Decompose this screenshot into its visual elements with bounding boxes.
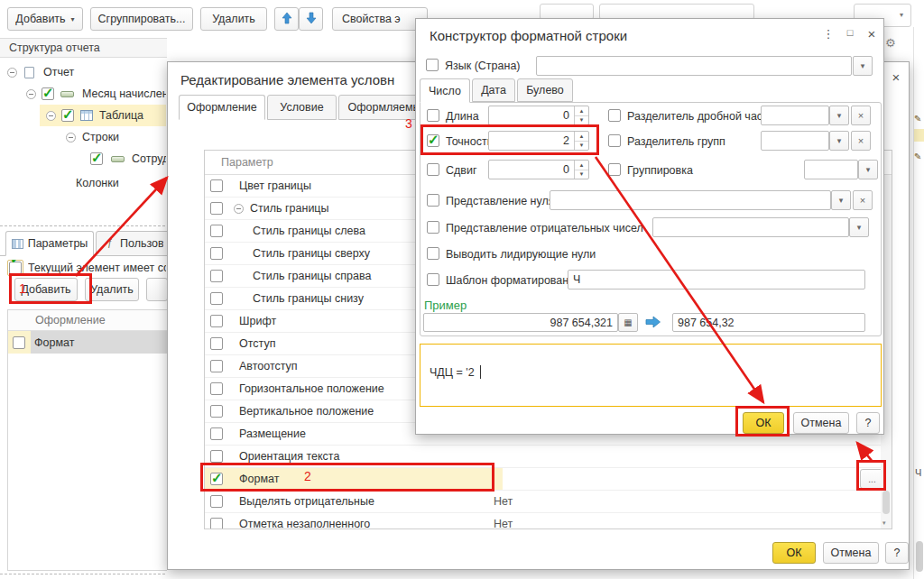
tree-item-columns[interactable]: Колонки — [0, 171, 166, 195]
fraction-separator-dropdown-button[interactable]: ▾ — [829, 106, 849, 125]
group-separator-dropdown-button[interactable]: ▾ — [829, 131, 849, 151]
leading-zeros-checkbox[interactable] — [427, 247, 439, 260]
grouping-checkbox[interactable] — [608, 163, 621, 176]
shift-spinner[interactable]: 0 ▲▼ — [488, 160, 589, 179]
properties-button[interactable]: Свойства э — [332, 7, 428, 31]
format-dialog-cancel-button[interactable]: Отмена — [793, 412, 849, 434]
tree-item-table[interactable]: Таблица — [0, 105, 166, 126]
tab-user-fields[interactable]: ƒ Пользовате — [96, 231, 171, 256]
checkbox[interactable] — [210, 382, 223, 395]
zero-presentation-clear-button[interactable]: × — [853, 190, 873, 210]
collapse-icon[interactable] — [26, 89, 36, 99]
example-source-field[interactable]: 987 654,321 — [423, 313, 618, 332]
maximize-icon[interactable]: □ — [842, 27, 858, 38]
collapse-icon[interactable] — [7, 68, 17, 78]
tab-boolean[interactable]: Булево — [517, 78, 573, 102]
format-row-checkbox[interactable] — [13, 336, 25, 349]
negative-presentation-dropdown-button[interactable]: ▾ — [849, 217, 869, 237]
grouping-combobox[interactable] — [804, 160, 858, 179]
format-list-row[interactable]: Формат — [8, 331, 167, 354]
tree-item-grouping-month[interactable]: Месяц начислени — [0, 83, 166, 105]
move-up-button[interactable] — [274, 7, 299, 31]
checkbox[interactable] — [210, 495, 223, 508]
tab-condition[interactable]: Условие — [267, 95, 337, 120]
grouping-dropdown-button[interactable]: ▾ — [858, 160, 878, 179]
tree-item-rows[interactable]: Строки — [0, 126, 166, 148]
tab-appearance[interactable]: Оформление — [179, 95, 265, 120]
add-menu-button[interactable]: Добавить ▾ — [7, 7, 83, 31]
spin-up-icon[interactable]: ▲ — [575, 161, 588, 170]
number-template-field[interactable]: Ч — [568, 270, 865, 290]
scroll-down-icon[interactable]: ▾ — [882, 519, 886, 527]
close-icon[interactable]: × — [888, 69, 904, 85]
checkbox[interactable] — [210, 202, 223, 215]
tree-item-employee[interactable]: Сотрудн — [0, 148, 166, 170]
example-picker-button[interactable]: ▦ — [618, 313, 638, 332]
delete-format-button[interactable]: Удалить — [85, 278, 139, 301]
checkbox[interactable] — [210, 405, 223, 418]
checkbox[interactable] — [210, 518, 223, 529]
zero-presentation-checkbox[interactable] — [427, 194, 439, 207]
more-button-clipped[interactable] — [146, 278, 168, 301]
checkbox[interactable] — [210, 360, 223, 372]
checkbox[interactable] — [210, 247, 223, 260]
spin-down-icon[interactable]: ▼ — [575, 116, 588, 125]
language-dropdown-button[interactable]: ▾ — [853, 56, 873, 76]
checkbox[interactable] — [210, 225, 223, 237]
language-combobox[interactable] — [536, 56, 852, 76]
fraction-separator-combobox[interactable] — [761, 106, 829, 125]
tab-number[interactable]: Число — [420, 78, 470, 103]
checkbox[interactable] — [210, 450, 223, 463]
number-template-checkbox[interactable] — [427, 273, 439, 286]
tab-date[interactable]: Дата — [472, 78, 515, 102]
edit-dialog-cancel-button[interactable]: Отмена — [823, 542, 879, 564]
edit-dialog-help-button[interactable]: ? — [885, 542, 909, 564]
group-separator-combobox[interactable] — [761, 131, 829, 151]
fraction-separator-checkbox[interactable] — [608, 109, 621, 122]
param-row[interactable]: Выделять отрицательныеНет — [205, 491, 892, 513]
param-row[interactable]: Отметка незаполненногоНет — [205, 513, 892, 529]
scrollbar-thumb[interactable] — [916, 541, 923, 572]
negative-presentation-combobox[interactable] — [652, 217, 849, 237]
checkbox[interactable] — [210, 270, 223, 282]
length-checkbox[interactable] — [427, 109, 439, 122]
format-string-textarea[interactable]: ЧДЦ = '2 — [420, 344, 882, 407]
checkbox[interactable] — [210, 292, 223, 305]
tree-item-checkbox[interactable] — [61, 109, 74, 122]
scrollbar-thumb[interactable] — [882, 491, 890, 514]
tree-item-checkbox[interactable] — [90, 152, 103, 165]
zero-presentation-combobox[interactable] — [550, 190, 831, 210]
zero-presentation-dropdown-button[interactable]: ▾ — [831, 190, 851, 210]
checkbox[interactable] — [210, 179, 223, 192]
group-button[interactable]: Сгруппировать... — [90, 7, 193, 31]
param-label: Отступ — [239, 337, 275, 350]
close-icon[interactable]: × — [864, 26, 880, 41]
format-dialog-help-button[interactable]: ? — [856, 412, 880, 434]
panel-splitter[interactable] — [0, 225, 165, 226]
checkbox[interactable] — [210, 337, 223, 350]
menu-dots-icon[interactable]: ⋮ — [820, 27, 836, 41]
format-row-label: Формат — [34, 336, 74, 349]
spin-down-icon[interactable]: ▼ — [575, 170, 588, 179]
spin-up-icon[interactable]: ▲ — [575, 106, 588, 116]
delete-button[interactable]: Удалить — [200, 7, 267, 31]
group-separator-checkbox[interactable] — [608, 134, 621, 147]
own-format-checkbox[interactable] — [9, 262, 22, 274]
language-checkbox[interactable] — [426, 59, 439, 71]
negative-presentation-checkbox[interactable] — [427, 221, 439, 234]
collapse-icon[interactable] — [234, 204, 244, 214]
length-spinner[interactable]: 0 ▲▼ — [488, 106, 589, 125]
fraction-separator-clear-button[interactable]: × — [851, 106, 871, 125]
tree-item-report[interactable]: Отчет — [0, 61, 166, 83]
example-result-field[interactable]: 987 654,32 — [672, 313, 865, 332]
shift-checkbox[interactable] — [427, 163, 439, 176]
tree-item-checkbox[interactable] — [42, 87, 54, 100]
move-down-button[interactable] — [299, 7, 323, 31]
collapse-icon[interactable] — [66, 133, 76, 142]
checkbox[interactable] — [210, 315, 223, 327]
group-separator-clear-button[interactable]: × — [851, 131, 871, 151]
tab-parameters[interactable]: Параметры — [5, 231, 94, 256]
edit-dialog-ok-button[interactable]: ОК — [772, 542, 816, 564]
checkbox[interactable] — [210, 427, 223, 440]
collapse-icon[interactable] — [46, 111, 56, 121]
